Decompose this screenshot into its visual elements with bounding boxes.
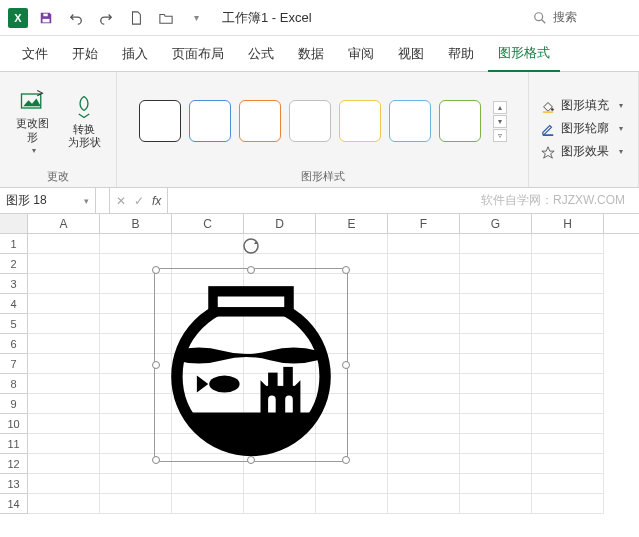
cell[interactable] [28, 314, 100, 334]
cell[interactable] [532, 434, 604, 454]
tab-data[interactable]: 数据 [288, 37, 334, 71]
undo-button[interactable] [64, 6, 88, 30]
cell[interactable] [460, 374, 532, 394]
style-gallery-expand[interactable]: ▿ [493, 129, 507, 142]
shape-style-preset-6[interactable] [389, 100, 431, 142]
rotate-handle[interactable] [241, 236, 261, 256]
qat-more-button[interactable]: ▾ [184, 6, 208, 30]
cell[interactable] [28, 394, 100, 414]
open-file-button[interactable] [154, 6, 178, 30]
cell[interactable] [172, 474, 244, 494]
cell[interactable] [532, 474, 604, 494]
style-scroll-down[interactable]: ▾ [493, 115, 507, 128]
row-header[interactable]: 8 [0, 374, 28, 394]
cell[interactable] [100, 474, 172, 494]
cell[interactable] [532, 494, 604, 514]
resize-handle-ne[interactable] [342, 266, 350, 274]
resize-handle-n[interactable] [247, 266, 255, 274]
cell[interactable] [532, 274, 604, 294]
cell[interactable] [460, 354, 532, 374]
tab-insert[interactable]: 插入 [112, 37, 158, 71]
row-header[interactable]: 2 [0, 254, 28, 274]
cell[interactable] [28, 254, 100, 274]
column-header[interactable]: F [388, 214, 460, 233]
worksheet-grid[interactable]: A B C D E F G H 1234567891011121314 [0, 214, 639, 534]
cell[interactable] [460, 334, 532, 354]
cell[interactable] [28, 354, 100, 374]
row-header[interactable]: 6 [0, 334, 28, 354]
cell[interactable] [28, 294, 100, 314]
row-header[interactable]: 5 [0, 314, 28, 334]
cell[interactable] [460, 434, 532, 454]
cell[interactable] [388, 314, 460, 334]
row-header[interactable]: 14 [0, 494, 28, 514]
cell[interactable] [28, 474, 100, 494]
tab-layout[interactable]: 页面布局 [162, 37, 234, 71]
cell[interactable] [244, 494, 316, 514]
name-box[interactable]: 图形 18 ▾ [0, 188, 96, 213]
cell[interactable] [316, 474, 388, 494]
cell[interactable] [532, 254, 604, 274]
resize-handle-s[interactable] [247, 456, 255, 464]
tab-file[interactable]: 文件 [12, 37, 58, 71]
row-header[interactable]: 10 [0, 414, 28, 434]
shape-outline-button[interactable]: 图形轮廓 ▾ [541, 120, 623, 137]
column-header[interactable]: A [28, 214, 100, 233]
cell[interactable] [460, 454, 532, 474]
cell[interactable] [388, 474, 460, 494]
cell[interactable] [532, 354, 604, 374]
cell[interactable] [532, 314, 604, 334]
cell[interactable] [532, 394, 604, 414]
cell[interactable] [532, 374, 604, 394]
formula-bar[interactable]: 软件自学网：RJZXW.COM [168, 188, 639, 213]
chevron-down-icon[interactable]: ▾ [84, 196, 89, 206]
row-header[interactable]: 11 [0, 434, 28, 454]
fx-icon[interactable]: fx [152, 194, 161, 208]
selected-shape[interactable] [156, 270, 346, 460]
resize-handle-w[interactable] [152, 361, 160, 369]
cell[interactable] [460, 234, 532, 254]
cell[interactable] [388, 434, 460, 454]
select-all-corner[interactable] [0, 214, 28, 233]
cell[interactable] [244, 474, 316, 494]
change-graphic-button[interactable]: 更改图 形 ▾ [8, 82, 56, 160]
cell[interactable] [316, 234, 388, 254]
resize-handle-e[interactable] [342, 361, 350, 369]
tab-home[interactable]: 开始 [62, 37, 108, 71]
cell[interactable] [28, 374, 100, 394]
cell[interactable] [532, 454, 604, 474]
row-header[interactable]: 3 [0, 274, 28, 294]
new-file-button[interactable] [124, 6, 148, 30]
tab-help[interactable]: 帮助 [438, 37, 484, 71]
cell[interactable] [388, 374, 460, 394]
cell[interactable] [172, 234, 244, 254]
row-header[interactable]: 13 [0, 474, 28, 494]
resize-handle-se[interactable] [342, 456, 350, 464]
confirm-formula-button[interactable]: ✓ [134, 194, 144, 208]
cell[interactable] [388, 414, 460, 434]
column-header[interactable]: B [100, 214, 172, 233]
shape-style-preset-4[interactable] [289, 100, 331, 142]
row-header[interactable]: 12 [0, 454, 28, 474]
search-box[interactable]: 搜索 [521, 5, 631, 30]
cell[interactable] [388, 234, 460, 254]
cell[interactable] [28, 274, 100, 294]
cell[interactable] [172, 494, 244, 514]
cell[interactable] [388, 354, 460, 374]
cell[interactable] [460, 494, 532, 514]
cell[interactable] [460, 394, 532, 414]
cell[interactable] [28, 334, 100, 354]
row-header[interactable]: 7 [0, 354, 28, 374]
column-header[interactable]: D [244, 214, 316, 233]
tab-view[interactable]: 视图 [388, 37, 434, 71]
cell[interactable] [460, 294, 532, 314]
row-header[interactable]: 4 [0, 294, 28, 314]
shape-style-preset-7[interactable] [439, 100, 481, 142]
row-header[interactable]: 1 [0, 234, 28, 254]
cell[interactable] [388, 254, 460, 274]
cell[interactable] [460, 314, 532, 334]
tab-formulas[interactable]: 公式 [238, 37, 284, 71]
cell[interactable] [28, 434, 100, 454]
cell[interactable] [28, 414, 100, 434]
cell[interactable] [28, 454, 100, 474]
